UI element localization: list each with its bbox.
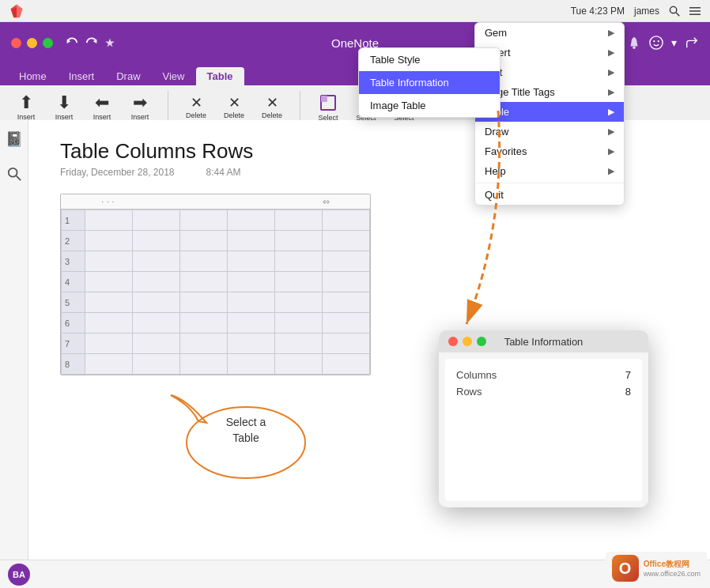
dialog-close-button[interactable] <box>448 337 458 346</box>
cell-1-3[interactable] <box>133 210 180 231</box>
menu-icon[interactable] <box>689 6 701 17</box>
maximize-button[interactable] <box>43 38 53 48</box>
chevron-down-icon[interactable]: ▾ <box>671 36 677 49</box>
minimize-button[interactable] <box>27 38 37 48</box>
office-text: Office教程网 www.office26.com <box>644 559 701 578</box>
office-badge: O Office教程网 www.office26.com <box>606 552 707 585</box>
share-icon[interactable] <box>685 36 699 50</box>
cell-8-2[interactable] <box>85 354 133 375</box>
cell-3-7[interactable] <box>323 251 370 272</box>
cell-3-6[interactable] <box>275 251 323 272</box>
cell-8-5[interactable] <box>228 354 275 375</box>
table-expand-icon[interactable]: ⇔ <box>323 197 330 206</box>
cell-6-6[interactable] <box>275 313 323 334</box>
bottom-bar: BA <box>0 560 710 588</box>
cell-6-3[interactable] <box>133 313 180 334</box>
cell-7-6[interactable] <box>275 334 323 354</box>
dialog-minimize-button[interactable] <box>463 337 472 346</box>
redo-icon[interactable] <box>85 36 99 50</box>
cell-4-3[interactable] <box>133 272 180 292</box>
gem-menu-item-draw[interactable]: Draw ▶ <box>475 122 624 141</box>
cell-4-5[interactable] <box>228 272 275 292</box>
cell-1-7[interactable] <box>323 210 370 231</box>
cell-7-2[interactable] <box>85 334 133 354</box>
cell-7-7[interactable] <box>323 334 370 354</box>
cell-2-5[interactable] <box>228 231 275 251</box>
svg-rect-8 <box>689 13 701 14</box>
smiley-icon[interactable] <box>649 36 663 50</box>
tab-insert[interactable]: Insert <box>58 67 106 85</box>
dialog-content: Columns 7 Rows 8 <box>445 359 642 501</box>
notifications-icon[interactable] <box>627 36 641 50</box>
cell-8-3[interactable] <box>133 354 180 375</box>
cell-4-7[interactable] <box>323 272 370 292</box>
cell-1-6[interactable] <box>275 210 323 231</box>
row-num-8: 8 <box>62 354 85 375</box>
sidebar-icon-search[interactable] <box>3 163 25 185</box>
cell-4-6[interactable] <box>275 272 323 292</box>
submenu-item-image-table[interactable]: Image Table <box>359 94 500 117</box>
cell-1-4[interactable] <box>180 210 228 231</box>
dialog-title: Table Information <box>504 336 583 348</box>
mac-top-right: Tue 4:23 PM james <box>571 6 701 17</box>
table-resize-handle[interactable]: · · · ⇔ <box>61 194 370 209</box>
gem-submenu-arrow-gem: ▶ <box>608 28 614 38</box>
cell-5-5[interactable] <box>228 292 275 313</box>
dialog-maximize-button[interactable] <box>477 337 486 346</box>
cell-2-3[interactable] <box>133 231 180 251</box>
quick-access-icon[interactable] <box>104 37 115 48</box>
cell-2-2[interactable] <box>85 231 133 251</box>
svg-point-14 <box>653 40 655 42</box>
cell-3-5[interactable] <box>228 251 275 272</box>
gem-logo-icon <box>9 4 24 18</box>
gem-menu-item-quit[interactable]: Quit <box>475 185 624 205</box>
tab-home[interactable]: Home <box>8 67 58 85</box>
table-information-dialog: Table Information Columns 7 Rows 8 <box>439 330 648 507</box>
cell-6-5[interactable] <box>228 313 275 334</box>
cell-5-2[interactable] <box>85 292 133 313</box>
gem-menu-favorites-label: Favorites <box>485 145 527 157</box>
cell-7-4[interactable] <box>180 334 228 354</box>
undo-icon[interactable] <box>65 36 79 50</box>
gem-menu-item-favorites[interactable]: Favorites ▶ <box>475 141 624 161</box>
table-submenu[interactable]: Table Style Table Information Image Tabl… <box>358 47 500 118</box>
close-button[interactable] <box>11 38 21 48</box>
gem-menu-item-help[interactable]: Help ▶ <box>475 161 624 181</box>
cell-6-7[interactable] <box>323 313 370 334</box>
cell-2-4[interactable] <box>180 231 228 251</box>
cell-6-2[interactable] <box>85 313 133 334</box>
cell-4-4[interactable] <box>180 272 228 292</box>
cell-8-6[interactable] <box>275 354 323 375</box>
cell-4-2[interactable] <box>85 272 133 292</box>
titlebar-right-controls: ▾ <box>627 36 699 50</box>
gem-menu-help-label: Help <box>485 165 506 177</box>
submenu-item-table-style[interactable]: Table Style <box>359 48 500 71</box>
cell-5-6[interactable] <box>275 292 323 313</box>
cell-5-3[interactable] <box>133 292 180 313</box>
sidebar-icon-notes[interactable]: 📓 <box>3 128 25 150</box>
cell-8-7[interactable] <box>323 354 370 375</box>
cell-6-4[interactable] <box>180 313 228 334</box>
submenu-item-table-information[interactable]: Table Information <box>359 71 500 94</box>
cell-5-7[interactable] <box>323 292 370 313</box>
cell-1-2[interactable] <box>85 210 133 231</box>
gem-menu-item-gem[interactable]: Gem ▶ <box>475 23 624 43</box>
cell-7-3[interactable] <box>133 334 180 354</box>
avatar[interactable]: BA <box>8 564 30 586</box>
cell-3-4[interactable] <box>180 251 228 272</box>
gem-menu-icon[interactable] <box>9 4 24 18</box>
tab-view[interactable]: View <box>152 67 196 85</box>
search-icon[interactable] <box>669 6 680 17</box>
cell-1-5[interactable] <box>228 210 275 231</box>
tab-table[interactable]: Table <box>196 67 244 85</box>
cell-2-7[interactable] <box>323 231 370 251</box>
tab-draw[interactable]: Draw <box>105 67 151 85</box>
cell-3-3[interactable] <box>133 251 180 272</box>
cell-5-4[interactable] <box>180 292 228 313</box>
table-row: 2 <box>62 231 370 251</box>
cell-2-6[interactable] <box>275 231 323 251</box>
insert-left-icon: ⬅ <box>95 94 109 111</box>
cell-7-5[interactable] <box>228 334 275 354</box>
cell-3-2[interactable] <box>85 251 133 272</box>
cell-8-4[interactable] <box>180 354 228 375</box>
